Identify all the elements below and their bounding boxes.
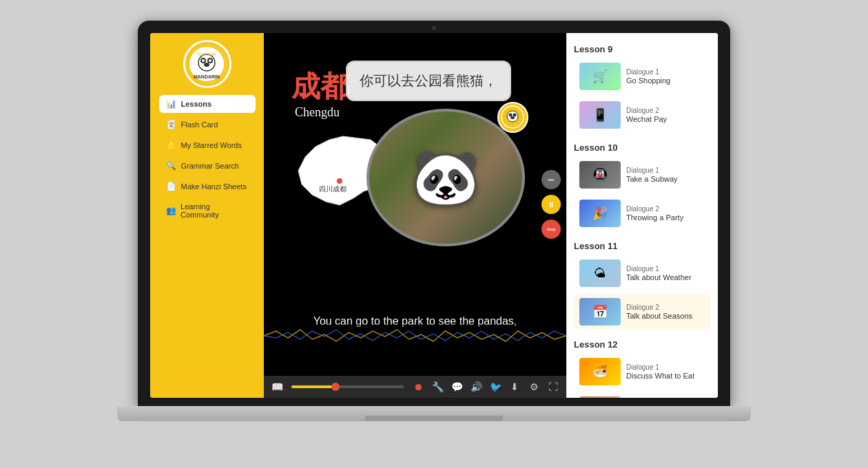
lesson-section-12: Lesson 12 🍜 Dialogue 1 Discuss What to E… [567, 335, 718, 398]
lesson-10-1-dialogue-label: Dialogue 1 [626, 167, 705, 174]
sidebar-label-hanzi: Make Hanzi Sheets [181, 182, 247, 191]
sidebar-item-starred[interactable]: ⭐ My Starred Words [159, 136, 256, 154]
chinese-text: 你可以去公园看熊猫， [360, 73, 497, 88]
lesson-11-title: Lesson 11 [574, 241, 711, 251]
lesson-section-11: Lesson 11 🌤 Dialogue 1 Talk about Weathe… [567, 237, 718, 335]
record-ctrl-button[interactable]: ⏺ [411, 379, 426, 394]
sidebar: MANDARIN FUN FUN 📊 Lessons 🃏 Flash Card … [150, 33, 264, 398]
community-icon: 👥 [166, 206, 177, 215]
record-button[interactable]: rec [541, 170, 561, 189]
lesson-10-2-dialogue-label: Dialogue 2 [626, 205, 705, 213]
main-content: 成都 Chengdu 四川成都 你可以去公园看熊猫， [264, 33, 718, 398]
logo: MANDARIN FUN FUN [183, 40, 231, 88]
sidebar-item-community[interactable]: 👥 Learning Community [159, 198, 256, 223]
logo-inner: MANDARIN FUN FUN [187, 43, 228, 85]
lesson-9-title: Lesson 9 [574, 44, 711, 54]
lesson-11-1-title: Talk about Weather [626, 273, 705, 281]
lesson-9-2-info: Dialogue 2 Wechat Pay [626, 107, 705, 123]
download-button[interactable]: ⬇ [507, 379, 522, 394]
svg-text:MANDARIN: MANDARIN [194, 74, 220, 79]
sidebar-item-hanzi[interactable]: 📄 Make Hanzi Sheets [159, 178, 256, 195]
lesson-10-2-info: Dialogue 2 Throwing a Party [626, 205, 705, 222]
lesson-9-1-info: Dialogue 1 Go Shopping [626, 68, 705, 85]
lesson-12-1-info: Dialogue 1 Discuss What to Eat [626, 363, 705, 380]
flashcard-icon: 🃏 [166, 120, 177, 129]
lesson-11-2-thumb: 📅 [579, 298, 621, 326]
lesson-sidebar: Lesson 9 🛒 Dialogue 1 Go Shopping 📱 Di [566, 33, 718, 398]
lesson-10-2-thumb: 🎉 [579, 200, 621, 227]
waveform-svg [264, 324, 566, 348]
svg-point-16 [510, 116, 515, 119]
lesson-10-dialogue-1[interactable]: 🚇 Dialogue 1 Take a Subway [574, 157, 711, 193]
svg-point-5 [209, 59, 211, 62]
grammar-icon: 🔍 [166, 161, 177, 171]
share-button[interactable]: 🐦 [488, 379, 503, 394]
lesson-section-10: Lesson 10 🚇 Dialogue 1 Take a Subway 🎉 [567, 138, 718, 237]
svg-text:FUN FUN: FUN FUN [198, 52, 216, 56]
chengdu-pinyin: Chengdu [295, 105, 340, 120]
book-button[interactable]: 📖 [269, 379, 285, 394]
lesson-9-1-dialogue-label: Dialogue 1 [626, 68, 705, 76]
lesson-11-1-info: Dialogue 1 Talk about Weather [626, 265, 705, 281]
lesson-9-2-title: Wechat Pay [626, 115, 705, 123]
lesson-10-1-title: Take a Subway [626, 175, 705, 183]
lesson-12-1-thumb: 🍜 [579, 358, 621, 385]
lesson-section-9: Lesson 9 🛒 Dialogue 1 Go Shopping 📱 Di [567, 40, 718, 138]
sidebar-label-grammar: Grammar Search [181, 162, 239, 170]
sidebar-item-flashcard[interactable]: 🃏 Flash Card [159, 116, 256, 134]
svg-point-4 [202, 59, 205, 62]
lesson-10-1-info: Dialogue 1 Take a Subway [626, 167, 705, 183]
svg-point-6 [204, 63, 209, 67]
chengdu-chinese: 成都 [291, 67, 349, 106]
lesson-12-2-thumb: 🍲 [579, 396, 621, 398]
lesson-11-1-dialogue-label: Dialogue 1 [626, 265, 705, 273]
video-controls-bar: 📖 ⏺ 🔧 💬 🔊 🐦 ⬇ ⚙ ⛶ [264, 376, 566, 398]
sidebar-label-flashcard: Flash Card [181, 120, 218, 129]
lesson-10-dialogue-2[interactable]: 🎉 Dialogue 2 Throwing a Party [574, 195, 711, 231]
audio-button[interactable]: 🔊 [468, 379, 484, 394]
video-player: 成都 Chengdu 四川成都 你可以去公园看熊猫， [264, 33, 566, 376]
lesson-9-2-thumb: 📱 [579, 101, 621, 129]
sidebar-item-lessons[interactable]: 📊 Lessons [159, 95, 256, 113]
waveform-area [264, 324, 566, 348]
laptop-base [117, 406, 751, 421]
fullscreen-button[interactable]: ⛶ [546, 379, 561, 394]
lesson-11-2-title: Talk about Seasons [626, 312, 705, 320]
pause-button[interactable]: ⏸ [541, 195, 561, 214]
gear-button[interactable]: ⚙ [526, 379, 541, 394]
starred-icon: ⭐ [166, 140, 177, 150]
stop-label: stop [547, 227, 556, 231]
panda-emoji: 🐼 [411, 145, 480, 210]
lesson-12-dialogue-1[interactable]: 🍜 Dialogue 1 Discuss What to Eat [574, 354, 711, 390]
lesson-9-dialogue-1[interactable]: 🛒 Dialogue 1 Go Shopping [574, 58, 711, 94]
lesson-11-dialogue-2[interactable]: 📅 Dialogue 2 Talk about Seasons [574, 294, 711, 330]
lesson-11-2-dialogue-label: Dialogue 2 [626, 304, 705, 311]
sidebar-item-grammar[interactable]: 🔍 Grammar Search [159, 157, 256, 175]
mascot-overlay [497, 102, 528, 133]
hanzi-icon: 📄 [166, 182, 177, 191]
lesson-12-1-dialogue-label: Dialogue 1 [626, 363, 705, 371]
lesson-9-1-thumb: 🛒 [579, 63, 621, 90]
sidebar-label-community: Learning Community [180, 202, 248, 219]
svg-point-15 [513, 114, 517, 117]
lesson-12-dialogue-2[interactable]: 🍲 Dialogue 2 Eating Hotpot [574, 392, 711, 398]
lesson-10-title: Lesson 10 [574, 142, 711, 153]
stop-button[interactable]: stop [541, 220, 561, 239]
progress-bar[interactable] [291, 385, 404, 388]
lessons-icon: 📊 [166, 99, 177, 109]
screen-bezel: MANDARIN FUN FUN 📊 Lessons 🃏 Flash Card … [138, 21, 730, 406]
settings-button[interactable]: 🔧 [430, 379, 445, 394]
sidebar-label-starred: My Starred Words [181, 141, 242, 149]
caption-button[interactable]: 💬 [449, 379, 464, 394]
lesson-11-dialogue-1[interactable]: 🌤 Dialogue 1 Talk about Weather [574, 255, 711, 291]
lesson-9-2-dialogue-label: Dialogue 2 [626, 107, 705, 114]
progress-fill [291, 385, 336, 388]
logo-svg: MANDARIN FUN FUN [188, 45, 226, 83]
sidebar-label-lessons: Lessons [181, 100, 212, 108]
panda-image: 🐼 [366, 109, 525, 246]
svg-point-14 [509, 114, 513, 117]
svg-point-10 [337, 178, 342, 184]
lesson-9-dialogue-2[interactable]: 📱 Dialogue 2 Wechat Pay [574, 97, 711, 133]
svg-text:四川成都: 四川成都 [319, 185, 347, 193]
chinese-speech-bubble: 你可以去公园看熊猫， [346, 61, 511, 101]
